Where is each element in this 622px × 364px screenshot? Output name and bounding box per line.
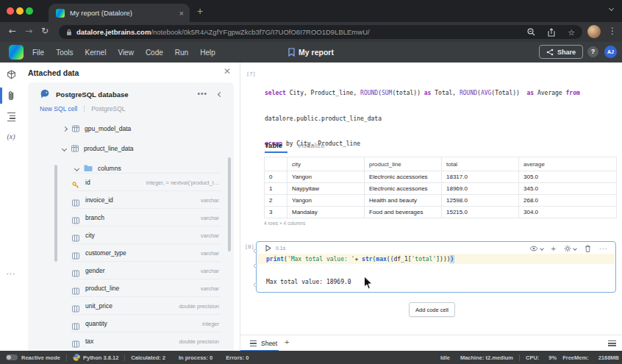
- chevron-down-icon[interactable]: [62, 146, 67, 151]
- chevron-down-icon[interactable]: [74, 165, 79, 171]
- database-menu-icon[interactable]: •••: [197, 90, 207, 98]
- menu-run[interactable]: Run: [175, 49, 188, 57]
- column-row-branch[interactable]: branch varchar: [71, 208, 221, 226]
- table-header-row: city product_line total average: [265, 157, 617, 171]
- header-index[interactable]: [265, 157, 287, 171]
- cell-average: 305.0: [519, 171, 617, 183]
- python-code-editor[interactable]: print('Max total value: '+ str(max((df_1…: [266, 255, 454, 264]
- cell-product-line: Electronic accessories: [365, 183, 442, 195]
- python-cell[interactable]: 0.1s + ··· print('Max total value: '+ st…: [256, 241, 616, 293]
- help-button[interactable]: ?: [587, 46, 598, 57]
- header-average[interactable]: average: [519, 157, 617, 171]
- chevron-down-icon: [573, 246, 577, 251]
- sheet-tab[interactable]: Sheet: [243, 335, 285, 351]
- folder-name: columns: [98, 165, 121, 172]
- cell-output: Max total value: 18969.0: [266, 278, 351, 287]
- chrome-menu-icon[interactable]: ⋮: [608, 26, 617, 36]
- errors-count: Errors: 0: [226, 354, 249, 361]
- chrome-chevron-down-icon[interactable]: [609, 6, 614, 11]
- postgresql-link[interactable]: PostgreSQL: [91, 105, 125, 113]
- column-row-tax[interactable]: tax double precision: [71, 332, 221, 349]
- reactive-mode-toggle[interactable]: [6, 354, 18, 360]
- panel-scrollbar-thumb[interactable]: [228, 157, 231, 251]
- rail-more-icon[interactable]: ···: [0, 270, 22, 278]
- tab-close-icon[interactable]: ×: [179, 9, 184, 18]
- database-collapse-icon[interactable]: [218, 92, 223, 97]
- menu-row: File Tools Kernel View Code Run Help: [32, 42, 215, 63]
- menu-kernel[interactable]: Kernel: [85, 49, 106, 57]
- add-code-cell-button[interactable]: Add code cell: [409, 302, 455, 317]
- tree-item-columns-folder[interactable]: columns: [75, 165, 121, 172]
- delete-cell-icon[interactable]: [585, 245, 591, 252]
- share-button[interactable]: Share: [539, 45, 583, 59]
- chevron-right-icon[interactable]: [62, 126, 68, 131]
- sheets-menu-icon[interactable]: [608, 340, 616, 348]
- column-row-customer-type[interactable]: customer_type varchar: [71, 243, 221, 261]
- panel-close-icon[interactable]: ✕: [224, 66, 231, 76]
- column-row-id[interactable]: id integer, = nextval('product_l…: [71, 173, 221, 190]
- bookmark-star-icon[interactable]: ☆: [568, 29, 575, 36]
- cell-product-line: Food and beverages: [365, 207, 442, 218]
- visibility-dropdown[interactable]: [529, 246, 543, 251]
- browser-tab[interactable]: My report (Datalore) ×: [49, 4, 190, 22]
- column-row-city[interactable]: city varchar: [71, 226, 221, 243]
- cpu-label: CPU:: [526, 354, 539, 361]
- chrome-profile-avatar[interactable]: [587, 25, 601, 38]
- new-tab-button[interactable]: +: [197, 5, 203, 17]
- column-name: invoice_id: [85, 196, 113, 204]
- menu-help[interactable]: Help: [200, 49, 215, 57]
- maximize-window-button[interactable]: [26, 7, 33, 15]
- attached-data-paperclip-icon[interactable]: [0, 90, 22, 101]
- menu-view[interactable]: View: [118, 49, 134, 57]
- minimize-window-button[interactable]: [16, 7, 24, 15]
- tree-scrollbar-thumb[interactable]: [54, 165, 57, 262]
- new-sql-cell-link[interactable]: New SQL cell: [40, 105, 77, 113]
- cell-average: 345.0: [519, 183, 617, 195]
- python-version[interactable]: Python 3.8.12: [83, 354, 118, 361]
- menu-code[interactable]: Code: [146, 49, 163, 57]
- tree-item-product-line-data[interactable]: product_line_data: [62, 145, 134, 152]
- column-row-unit-price[interactable]: unit_price double precision: [71, 296, 221, 314]
- cell-more-icon[interactable]: ···: [599, 245, 608, 252]
- panel-title: Attached data: [28, 68, 79, 77]
- back-icon[interactable]: ←: [9, 26, 16, 36]
- close-window-button[interactable]: [7, 7, 14, 15]
- zoom-icon[interactable]: [527, 28, 535, 36]
- share-page-icon[interactable]: [548, 28, 555, 37]
- header-city[interactable]: city: [287, 157, 365, 171]
- add-cell-icon[interactable]: +: [551, 246, 556, 252]
- cell-handle[interactable]: [254, 249, 257, 253]
- cell-handle[interactable]: [254, 283, 257, 287]
- cell-handle[interactable]: [254, 264, 257, 268]
- column-row-invoice-id[interactable]: invoice_id varchar: [71, 190, 221, 208]
- column-type: varchar: [201, 285, 219, 292]
- forward-icon[interactable]: →: [25, 26, 32, 36]
- navigator-cube-icon[interactable]: [0, 70, 22, 79]
- address-bar[interactable]: datalore.jetbrains.com /notebook/0k5R4AZ…: [59, 25, 582, 39]
- cell-city: Yangon: [287, 171, 365, 183]
- header-product-line[interactable]: product_line: [365, 157, 442, 171]
- column-row-product-line[interactable]: product_line varchar: [71, 279, 221, 296]
- tab-table[interactable]: Table: [265, 141, 282, 149]
- menu-tools[interactable]: Tools: [56, 49, 73, 57]
- table-name: gpu_model_data: [85, 125, 131, 132]
- run-cell-icon[interactable]: [265, 245, 271, 251]
- header-total[interactable]: total: [442, 157, 519, 171]
- tree-item-gpu-model-data[interactable]: gpu_model_data: [63, 125, 131, 132]
- menu-file[interactable]: File: [32, 49, 44, 57]
- cell-settings-dropdown[interactable]: [564, 245, 576, 252]
- variables-icon[interactable]: (x): [0, 132, 22, 140]
- sql-cell-label: [7]: [246, 71, 256, 77]
- bookmark-icon[interactable]: [288, 48, 295, 57]
- column-row-gender[interactable]: gender varchar: [71, 261, 221, 279]
- add-sheet-button[interactable]: +: [285, 338, 289, 346]
- cell-product-line: Health and beauty: [365, 195, 442, 207]
- datalore-logo[interactable]: [9, 45, 24, 60]
- table-of-contents-icon[interactable]: [0, 113, 22, 123]
- column-row-quantity[interactable]: quantity integer: [71, 314, 221, 332]
- user-avatar[interactable]: AJ: [604, 46, 617, 58]
- tab-visualize[interactable]: Visualize: [297, 141, 325, 149]
- reload-icon[interactable]: ↻: [41, 26, 49, 36]
- primary-key-icon: [72, 182, 79, 189]
- url-domain: datalore.jetbrains.com: [76, 28, 151, 36]
